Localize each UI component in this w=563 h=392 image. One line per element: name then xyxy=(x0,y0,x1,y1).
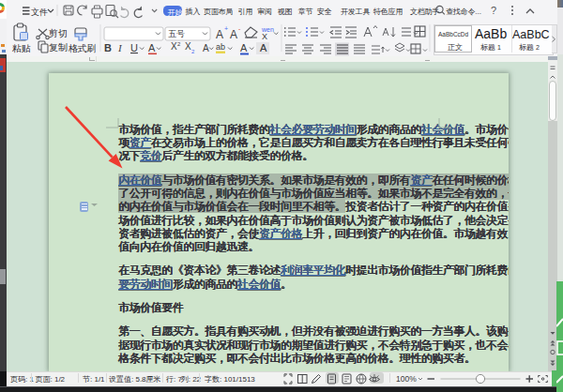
svg-text:?: ? xyxy=(491,5,496,16)
svg-text:A: A xyxy=(148,42,156,53)
svg-text:+: + xyxy=(224,25,228,32)
svg-text:-: - xyxy=(238,25,241,32)
svg-text:2: 2 xyxy=(191,49,195,54)
svg-text:ab: ab xyxy=(216,42,225,52)
svg-text:X: X xyxy=(185,41,191,52)
svg-text:B: B xyxy=(104,42,112,53)
svg-text:I: I xyxy=(117,42,123,53)
svg-text:A: A xyxy=(216,28,223,41)
svg-text:U: U xyxy=(130,42,138,53)
svg-text:A: A xyxy=(260,42,267,53)
svg-text:A: A xyxy=(240,42,248,53)
svg-text:X: X xyxy=(171,41,177,52)
svg-text:A: A xyxy=(203,43,209,53)
svg-text:X: X xyxy=(262,32,267,41)
svg-text:2: 2 xyxy=(177,41,181,47)
svg-text:A: A xyxy=(230,28,237,41)
